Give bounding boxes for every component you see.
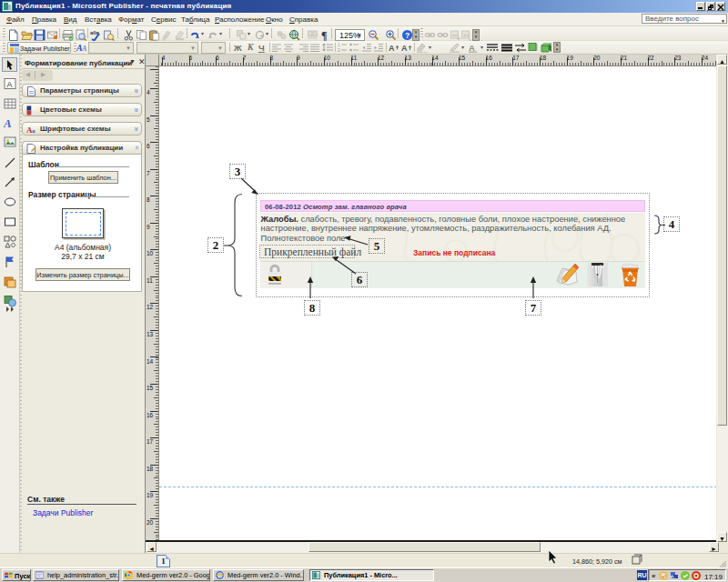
svg-text:A: A	[4, 116, 12, 129]
svg-text:А: А	[469, 43, 475, 53]
svg-text:?: ?	[405, 30, 410, 39]
svg-text:А: А	[389, 44, 395, 53]
svg-text:А: А	[81, 45, 87, 53]
svg-text:¶: ¶	[321, 29, 327, 41]
svg-text:2: 2	[338, 48, 340, 53]
svg-text:а: а	[32, 127, 35, 135]
svg-text:А: А	[401, 44, 408, 53]
svg-text:A: A	[7, 80, 13, 89]
svg-text:1: 1	[338, 43, 340, 47]
